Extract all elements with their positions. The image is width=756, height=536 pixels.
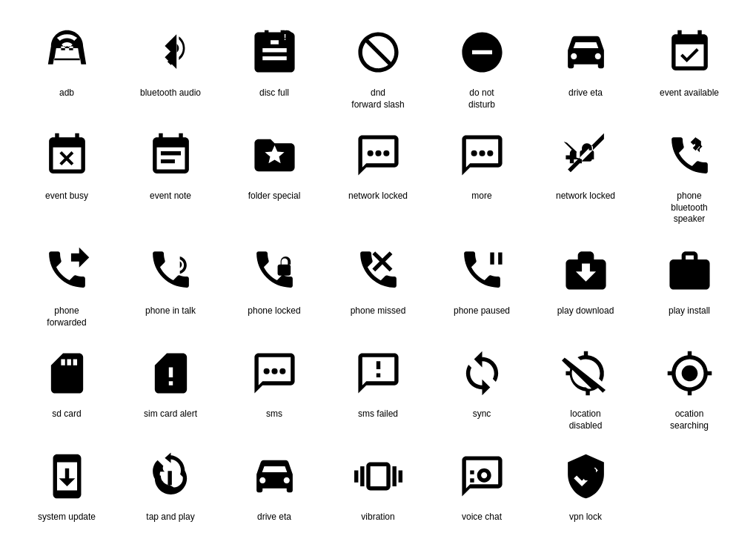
- icon-item-event-note-8: event note: [126, 125, 215, 225]
- icon-svg-12: [556, 125, 615, 185]
- icon-svg-3: [348, 22, 408, 82]
- icon-item-vibration-31: vibration: [334, 446, 422, 523]
- icon-svg-33: [556, 446, 615, 506]
- icon-item-sim-card-alert-22: sim card alert: [126, 343, 215, 431]
- icon-svg-20: [660, 240, 719, 300]
- icon-label-3: dndforward slash: [351, 87, 404, 110]
- icon-item-bluetooth-audio-1: bluetooth audio: [126, 22, 215, 110]
- icon-label-29: tap and play: [146, 512, 194, 523]
- icon-label-33: vpn lock: [569, 512, 602, 523]
- icon-item-tap-and-play-29: tap and play: [126, 446, 215, 523]
- icon-item-sms-failed-24: sms failed: [334, 343, 422, 431]
- icon-label-31: vibration: [361, 512, 394, 523]
- icon-item-play-download-19: play download: [541, 240, 630, 328]
- icon-svg-30: [245, 446, 304, 506]
- icon-svg-29: [141, 446, 200, 506]
- icon-label-32: voice chat: [462, 512, 502, 523]
- icon-svg-32: [452, 446, 511, 506]
- icon-label-20: play install: [669, 305, 710, 317]
- icon-label-14: phoneforwarded: [47, 305, 86, 328]
- icon-item-dnd-forward-slash-3: dndforward slash: [334, 22, 422, 110]
- icon-svg-11: [452, 125, 511, 185]
- icon-svg-28: [37, 446, 96, 506]
- icon-svg-13: [660, 125, 719, 185]
- icon-label-5: drive eta: [568, 87, 603, 99]
- icon-label-11: more: [471, 191, 491, 202]
- icon-label-9: folder special: [248, 191, 301, 202]
- icon-item-do-not-disturb-4: do notdisturb: [437, 22, 526, 110]
- svg-point-7: [487, 150, 493, 156]
- icon-item-phone-paused-18: phone paused: [437, 240, 526, 328]
- icon-item-adb-0: adb: [22, 22, 111, 110]
- icon-svg-24: [348, 343, 408, 403]
- icon-svg-8: [141, 125, 200, 185]
- svg-point-5: [471, 150, 477, 156]
- icon-svg-1: [141, 22, 200, 82]
- icon-item-system-update-28: system update: [22, 446, 111, 523]
- icon-svg-31: [348, 446, 408, 506]
- icon-svg-18: [452, 240, 511, 300]
- icon-label-26: locationdisabled: [569, 408, 603, 431]
- icon-label-24: sms failed: [358, 408, 398, 420]
- icon-svg-25: [452, 343, 511, 403]
- svg-point-0: [280, 30, 292, 42]
- icon-label-7: event busy: [45, 191, 88, 202]
- svg-point-6: [479, 150, 485, 156]
- icon-svg-22: [141, 343, 200, 403]
- icon-label-4: do notdisturb: [468, 87, 495, 110]
- icon-svg-6: [660, 22, 719, 82]
- svg-point-8: [263, 368, 269, 374]
- icon-item-location-disabled-26: locationdisabled: [541, 343, 630, 431]
- icon-svg-17: [348, 240, 408, 300]
- icon-label-23: sms: [266, 408, 282, 420]
- svg-point-10: [279, 368, 285, 374]
- icon-label-15: phone in talk: [145, 305, 196, 317]
- icon-svg-27: [660, 343, 719, 403]
- icon-item-more-11: more: [437, 125, 526, 225]
- icon-grid: adbbluetooth audio!disc fulldndforward s…: [4, 0, 752, 536]
- icon-svg-4: [452, 22, 511, 82]
- icon-svg-19: [556, 240, 615, 300]
- icon-svg-26: [556, 343, 615, 403]
- icon-label-18: phone paused: [454, 305, 510, 317]
- icon-svg-5: [556, 22, 615, 82]
- icon-item-phone-forwarded-14: phoneforwarded: [22, 240, 111, 328]
- icon-item-play-install-20: play install: [645, 240, 734, 328]
- icon-item-drive-eta-5: drive eta: [541, 22, 630, 110]
- svg-point-2: [367, 150, 373, 156]
- icon-item-ocation-searching-27: ocationsearching: [645, 343, 734, 431]
- icon-item-phone-bluetooth-speaker-13: phonebluetoothspeaker: [645, 125, 734, 225]
- icon-item-sd-card-21: sd card: [22, 343, 111, 431]
- icon-item-vpn-lock-33: vpn lock: [541, 446, 630, 523]
- icon-label-8: event note: [150, 191, 191, 202]
- icon-item-drive-eta-30: drive eta: [230, 446, 319, 523]
- icon-label-2: disc full: [259, 87, 289, 99]
- icon-item-voice-chat-32: voice chat: [437, 446, 526, 523]
- icon-label-30: drive eta: [257, 512, 291, 523]
- icon-svg-10: [348, 125, 408, 185]
- icon-svg-14: [37, 240, 96, 300]
- icon-item-network-locked-12: network locked: [541, 125, 630, 225]
- icon-label-12: network locked: [556, 191, 615, 202]
- icon-item-network-locked-10: network locked: [334, 125, 422, 225]
- svg-point-4: [383, 150, 389, 156]
- icon-label-19: play download: [557, 305, 614, 317]
- svg-text:!: !: [283, 33, 286, 42]
- icon-svg-23: [245, 343, 304, 403]
- svg-point-9: [271, 368, 277, 374]
- icon-item-event-busy-7: event busy: [22, 125, 111, 225]
- icon-label-17: phone missed: [351, 305, 406, 317]
- icon-svg-0: [37, 22, 96, 82]
- svg-point-3: [375, 150, 381, 156]
- icon-item-sms-23: sms: [230, 343, 319, 431]
- icon-item-phone-in-talk-15: phone in talk: [126, 240, 215, 328]
- icon-item-disc-full-2: !disc full: [230, 22, 319, 110]
- icon-label-10: network locked: [348, 191, 408, 202]
- icon-item-phone-locked-16: phone locked: [230, 240, 319, 328]
- icon-label-0: adb: [59, 87, 74, 99]
- icon-item-phone-missed-17: phone missed: [334, 240, 422, 328]
- icon-svg-2: !: [245, 22, 304, 82]
- icon-svg-7: [37, 125, 96, 185]
- icon-label-1: bluetooth audio: [140, 87, 201, 99]
- icon-label-21: sd card: [52, 408, 81, 420]
